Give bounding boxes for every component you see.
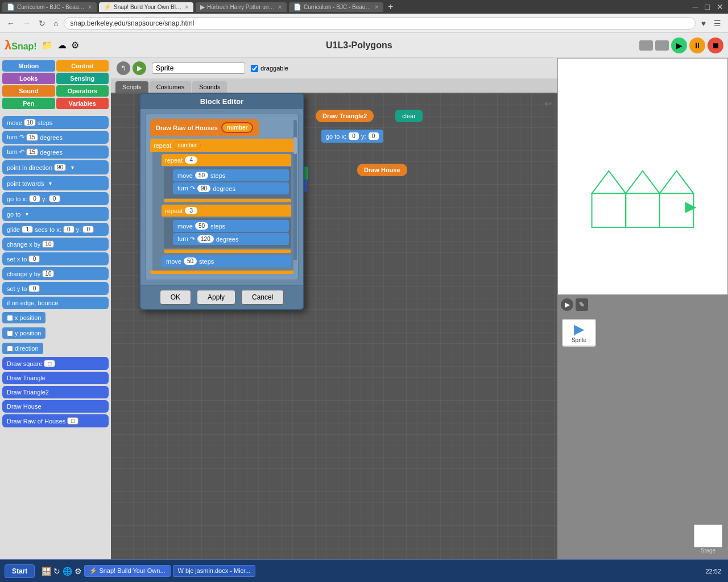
editor-hat-block[interactable]: Draw Raw of Houses number	[150, 119, 293, 139]
block-set-x[interactable]: set x to 0	[2, 252, 109, 265]
block-draw-raw-houses[interactable]: Draw Raw of Houses □	[2, 414, 109, 427]
block-goto-xy[interactable]: go to x: 0 y: 0	[2, 192, 109, 205]
block-turn-ccw[interactable]: turn ↶ 15 degrees	[2, 146, 109, 159]
dialog-title[interactable]: Block Editor	[140, 94, 303, 109]
block-glide[interactable]: glide 1 secs to x: 0 y: 0	[2, 223, 109, 236]
block-change-y[interactable]: change y by 10	[2, 267, 109, 280]
new-tab-button[interactable]: +	[386, 1, 395, 13]
browser-tab-3[interactable]: ▶ Hörbuch Harry Potter und de... ✕	[196, 2, 287, 12]
editor-scrollbar-thumb[interactable]	[293, 137, 297, 154]
taskbar-refresh-icon[interactable]: ↻	[53, 567, 60, 576]
sprite-thumbnail[interactable]: ▶ Sprite	[562, 319, 596, 347]
block-if-on-edge[interactable]: if on edge, bounce	[2, 297, 109, 309]
full-stage-button[interactable]	[655, 40, 669, 51]
cancel-button[interactable]: Cancel	[241, 290, 284, 305]
block-draw-triangle2[interactable]: Draw Triangle2	[2, 386, 109, 398]
repeat-number-block[interactable]: repeat number repeat 4 move	[150, 139, 293, 274]
block-y-position[interactable]: y position	[2, 327, 46, 339]
category-sound[interactable]: Sound	[2, 85, 55, 97]
back-arrow-icon[interactable]: ↩	[544, 98, 552, 109]
start-button[interactable]: Start	[5, 564, 35, 578]
editor-scrollbar[interactable]	[293, 120, 297, 260]
direction-checkbox[interactable]	[7, 346, 13, 352]
script-area[interactable]: ↩ Draw Triangle2 clear go to x: 0 y: 0	[111, 93, 557, 559]
browser-tab-2[interactable]: ⚡ Snap! Build Your Own Blocks ✕	[99, 2, 193, 12]
block-change-x[interactable]: change x by 10	[2, 238, 109, 251]
y-position-checkbox[interactable]	[7, 330, 13, 336]
cloud-icon[interactable]: ☁	[57, 40, 67, 51]
stage-mini-canvas[interactable]	[694, 525, 722, 547]
category-pen[interactable]: Pen	[2, 98, 55, 109]
draw-triangle2-block[interactable]: Draw Triangle2	[316, 110, 374, 122]
category-looks[interactable]: Looks	[2, 73, 55, 84]
apply-button[interactable]: Apply	[197, 290, 235, 305]
minimize-button[interactable]: ─	[690, 1, 701, 13]
sprite-name-input[interactable]	[152, 63, 245, 74]
taskbar-chrome-icon[interactable]: ⚙	[75, 567, 82, 576]
tab-costumes[interactable]: Costumes	[150, 81, 192, 93]
nav-arrow-left[interactable]: ↰	[117, 61, 130, 75]
turn-90-block[interactable]: turn ↷ 90 degrees	[173, 182, 289, 194]
menu-button[interactable]: ☰	[712, 18, 723, 29]
x-position-checkbox[interactable]	[7, 315, 13, 321]
file-icon[interactable]: 📁	[42, 40, 53, 51]
stage-edit-icon[interactable]: ✎	[576, 298, 588, 311]
close-button[interactable]: ✕	[714, 1, 726, 13]
tab-close-3[interactable]: ✕	[278, 4, 282, 10]
taskbar-ie-icon[interactable]: 🌐	[63, 567, 72, 576]
back-button[interactable]: ←	[5, 18, 17, 29]
goto-xy-block[interactable]: go to x: 0 y: 0	[321, 130, 383, 143]
block-point-direction[interactable]: point in direction 90▾	[2, 160, 109, 174]
block-move[interactable]: move 10 steps	[2, 116, 109, 129]
maximize-button[interactable]: □	[703, 1, 712, 13]
block-draw-triangle[interactable]: Draw Triangle	[2, 372, 109, 384]
block-direction[interactable]: direction	[2, 343, 43, 354]
category-variables[interactable]: Variables	[56, 98, 109, 109]
category-motion[interactable]: Motion	[2, 60, 55, 72]
nav-arrow-right[interactable]: ▶	[133, 61, 146, 75]
block-x-position[interactable]: x position	[2, 312, 46, 323]
block-goto[interactable]: go to ▾	[2, 207, 109, 221]
forward-button[interactable]: →	[20, 18, 33, 29]
tab-close-2[interactable]: ✕	[184, 4, 189, 10]
draw-house-block[interactable]: Draw House	[357, 164, 407, 176]
draggable-checkbox[interactable]	[251, 65, 258, 72]
move-50-block-1[interactable]: move 50 steps	[173, 169, 289, 181]
address-bar[interactable]	[64, 17, 695, 30]
ok-button[interactable]: OK	[160, 290, 191, 305]
taskbar-item-word[interactable]: W bjc jasmin.docx - Micr...	[173, 565, 256, 577]
category-control[interactable]: Control	[56, 60, 109, 72]
tab-close-4[interactable]: ✕	[374, 4, 379, 10]
pause-button[interactable]: ⏸	[689, 38, 705, 53]
small-stage-button[interactable]	[639, 40, 653, 51]
repeat-4-block[interactable]: repeat 4	[162, 154, 291, 166]
move-50-block-2[interactable]: move 50 steps	[173, 220, 289, 232]
repeat-3-block[interactable]: repeat 3	[162, 205, 291, 217]
play-button[interactable]: ▶	[671, 38, 687, 53]
block-draw-house[interactable]: Draw House	[2, 400, 109, 413]
taskbar-item-snap[interactable]: ⚡ Snap! Build Your Own...	[84, 565, 170, 577]
settings-icon[interactable]: ⚙	[71, 40, 79, 51]
browser-tab-4[interactable]: 📄 Curriculum - BJC - Beauty ar... ✕	[289, 2, 383, 12]
turn-120-block[interactable]: turn ↷ 120 degrees	[173, 233, 289, 245]
block-draw-square[interactable]: Draw square □	[2, 357, 109, 370]
clear-block[interactable]: clear	[395, 110, 423, 122]
svg-marker-3	[626, 171, 660, 194]
bookmark-button[interactable]: ♥	[699, 18, 708, 29]
home-button[interactable]: ⌂	[51, 18, 60, 29]
stop-button[interactable]: ⏹	[708, 38, 723, 53]
reload-button[interactable]: ↻	[36, 18, 48, 29]
browser-tab-1[interactable]: 📄 Curriculum - BJC - Beauty ar... ✕	[2, 2, 97, 12]
stage-play-icon[interactable]: ▶	[561, 298, 573, 311]
param-number-pill[interactable]: number	[221, 122, 254, 133]
move-50-block-3[interactable]: move 50 steps	[162, 255, 291, 267]
category-operators[interactable]: Operators	[56, 85, 109, 97]
block-point-towards[interactable]: point towards ▾	[2, 176, 109, 190]
block-set-y[interactable]: set y to 0	[2, 282, 109, 295]
tab-close-1[interactable]: ✕	[88, 4, 92, 10]
tab-sounds[interactable]: Sounds	[192, 81, 227, 93]
block-turn-cw[interactable]: turn ↷ 15 degrees	[2, 131, 109, 144]
taskbar-windows-icon[interactable]: 🪟	[42, 567, 51, 576]
tab-scripts[interactable]: Scripts	[115, 81, 148, 93]
category-sensing[interactable]: Sensing	[56, 73, 109, 84]
